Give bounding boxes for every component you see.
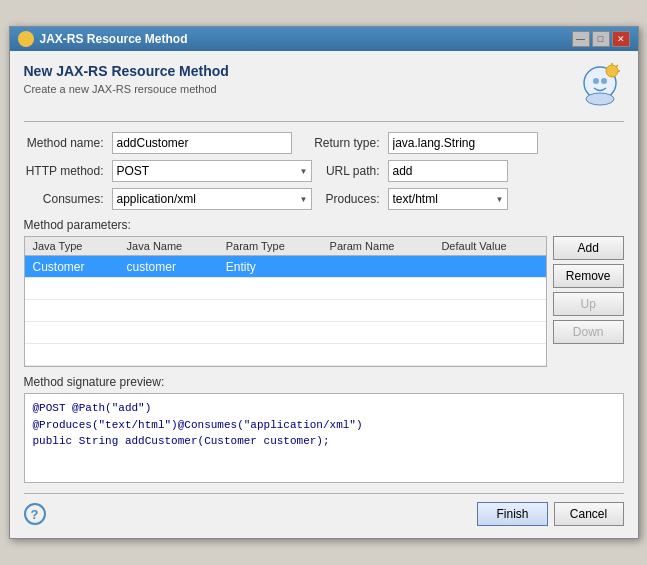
minimize-button[interactable]: — bbox=[572, 31, 590, 47]
maximize-button[interactable]: □ bbox=[592, 31, 610, 47]
params-buttons: Add Remove Up Down bbox=[553, 236, 624, 367]
url-path-input[interactable] bbox=[388, 160, 508, 182]
http-method-label: HTTP method: bbox=[24, 164, 104, 178]
consumes-select-wrapper: application/xml application/json text/pl… bbox=[112, 188, 312, 210]
table-header-row: Java Type Java Name Param Type Param Nam… bbox=[25, 237, 546, 256]
cancel-button[interactable]: Cancel bbox=[554, 502, 624, 526]
col-param-name: Param Name bbox=[322, 237, 434, 256]
signature-label: Method signature preview: bbox=[24, 375, 624, 389]
svg-point-1 bbox=[586, 93, 614, 105]
window-body: New JAX-RS Resource Method Create a new … bbox=[10, 51, 638, 538]
table-row-empty-1[interactable] bbox=[25, 278, 546, 300]
signature-line-1: @POST @Path("add") bbox=[33, 400, 615, 417]
method-name-input[interactable] bbox=[112, 132, 292, 154]
col-java-type: Java Type bbox=[25, 237, 119, 256]
finish-button[interactable]: Finish bbox=[477, 502, 547, 526]
dialog-header: New JAX-RS Resource Method Create a new … bbox=[24, 63, 624, 122]
return-type-input[interactable] bbox=[388, 132, 538, 154]
cell-param-type: Entity bbox=[218, 256, 322, 278]
dialog-title: New JAX-RS Resource Method bbox=[24, 63, 229, 79]
col-param-type: Param Type bbox=[218, 237, 322, 256]
svg-point-3 bbox=[601, 78, 607, 84]
col-default-value: Default Value bbox=[433, 237, 545, 256]
cell-java-name: customer bbox=[119, 256, 218, 278]
title-bar-text: JAX-RS Resource Method bbox=[18, 31, 188, 47]
title-bar-controls: — □ ✕ bbox=[572, 31, 630, 47]
col-java-name: Java Name bbox=[119, 237, 218, 256]
params-table-wrapper: Java Type Java Name Param Type Param Nam… bbox=[24, 236, 547, 367]
params-table: Java Type Java Name Param Type Param Nam… bbox=[25, 237, 546, 366]
help-button[interactable]: ? bbox=[24, 503, 46, 525]
http-method-select-wrapper: POST GET PUT DELETE bbox=[112, 160, 312, 182]
method-name-label: Method name: bbox=[24, 136, 104, 150]
svg-point-2 bbox=[593, 78, 599, 84]
produces-select[interactable]: text/html application/xml application/js… bbox=[388, 188, 508, 210]
return-type-label: Return type: bbox=[300, 136, 380, 150]
down-param-button[interactable]: Down bbox=[553, 320, 624, 344]
remove-param-button[interactable]: Remove bbox=[553, 264, 624, 288]
produces-select-wrapper: text/html application/xml application/js… bbox=[388, 188, 508, 210]
consumes-row: Consumes: application/xml application/js… bbox=[24, 188, 624, 210]
dialog-subtitle: Create a new JAX-RS rersouce method bbox=[24, 83, 229, 95]
http-method-select[interactable]: POST GET PUT DELETE bbox=[112, 160, 312, 182]
url-path-label: URL path: bbox=[320, 164, 380, 178]
signature-box: @POST @Path("add") @Produces("text/html"… bbox=[24, 393, 624, 483]
window-icon bbox=[18, 31, 34, 47]
dialog-header-text: New JAX-RS Resource Method Create a new … bbox=[24, 63, 229, 95]
http-method-row: HTTP method: POST GET PUT DELETE URL pat… bbox=[24, 160, 624, 182]
cell-param-name bbox=[322, 256, 434, 278]
title-bar: JAX-RS Resource Method — □ ✕ bbox=[10, 27, 638, 51]
table-row[interactable]: Customer customer Entity bbox=[25, 256, 546, 278]
method-name-row: Method name: Return type: bbox=[24, 132, 624, 154]
svg-line-6 bbox=[616, 65, 618, 67]
signature-line-3: public String addCustomer(Customer custo… bbox=[33, 433, 615, 450]
signature-section: Method signature preview: @POST @Path("a… bbox=[24, 375, 624, 483]
table-row-empty-3[interactable] bbox=[25, 322, 546, 344]
footer-buttons: Finish Cancel bbox=[477, 502, 623, 526]
table-row-empty-4[interactable] bbox=[25, 344, 546, 366]
wizard-icon bbox=[576, 63, 624, 111]
add-param-button[interactable]: Add bbox=[553, 236, 624, 260]
produces-label: Produces: bbox=[320, 192, 380, 206]
cell-java-type: Customer bbox=[25, 256, 119, 278]
close-button[interactable]: ✕ bbox=[612, 31, 630, 47]
consumes-select[interactable]: application/xml application/json text/pl… bbox=[112, 188, 312, 210]
dialog-footer: ? Finish Cancel bbox=[24, 493, 624, 526]
params-label: Method parameters: bbox=[24, 218, 624, 232]
window-title: JAX-RS Resource Method bbox=[40, 32, 188, 46]
params-container: Java Type Java Name Param Type Param Nam… bbox=[24, 236, 624, 367]
table-row-empty-2[interactable] bbox=[25, 300, 546, 322]
main-window: JAX-RS Resource Method — □ ✕ New JAX-RS … bbox=[9, 26, 639, 539]
consumes-label: Consumes: bbox=[24, 192, 104, 206]
cell-default-value bbox=[433, 256, 545, 278]
form-section: Method name: Return type: HTTP method: P… bbox=[24, 132, 624, 210]
signature-line-2: @Produces("text/html")@Consumes("applica… bbox=[33, 417, 615, 434]
up-param-button[interactable]: Up bbox=[553, 292, 624, 316]
params-section: Method parameters: Java Type Java Name P… bbox=[24, 218, 624, 367]
